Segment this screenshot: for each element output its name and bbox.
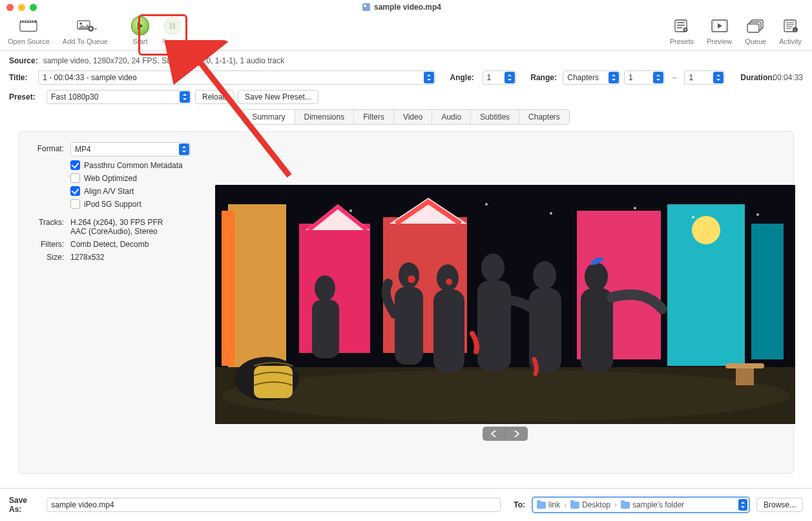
save-as-label: Save As: xyxy=(9,496,40,514)
checkbox-checked-icon xyxy=(70,160,80,170)
chevron-updown-icon xyxy=(179,144,189,155)
svg-rect-12 xyxy=(173,23,175,29)
video-preview xyxy=(215,185,795,424)
queue-button[interactable]: Queue xyxy=(738,14,773,45)
range-to-select[interactable]: 1 xyxy=(684,70,725,85)
chevron-updown-icon xyxy=(180,91,190,103)
tracks-row: Tracks: H.264 (x264), 30 FPS PFR AAC (Co… xyxy=(28,218,209,236)
title-select[interactable]: 1 - 00:04:33 - sample video xyxy=(38,70,435,85)
add-to-queue-button[interactable]: ⌄ Add To Queue xyxy=(56,14,125,45)
chevron-updown-icon xyxy=(609,72,619,83)
svg-point-36 xyxy=(222,370,790,421)
preview-button[interactable]: Preview xyxy=(700,14,738,45)
chevron-updown-icon xyxy=(424,72,434,83)
svg-rect-5 xyxy=(28,21,30,22)
tab-video[interactable]: Video xyxy=(394,110,432,124)
svg-point-56 xyxy=(485,203,488,206)
svg-text:i: i xyxy=(795,28,795,32)
svg-point-41 xyxy=(315,275,335,301)
svg-point-58 xyxy=(634,207,636,209)
tabs: Summary Dimensions Filters Video Audio S… xyxy=(242,109,570,125)
svg-point-55 xyxy=(349,209,352,212)
svg-rect-3 xyxy=(24,21,25,22)
tab-chapters[interactable]: Chapters xyxy=(519,110,569,124)
document-icon xyxy=(362,3,370,11)
format-select[interactable]: MP4 xyxy=(70,142,191,156)
window-titlebar: sample video.mp4 xyxy=(0,0,812,14)
images-plus-icon xyxy=(76,18,94,34)
svg-rect-44 xyxy=(395,287,423,365)
pause-button: Pause xyxy=(156,14,189,45)
close-window-button[interactable] xyxy=(6,4,14,11)
svg-point-57 xyxy=(550,212,552,215)
window-title: sample video.mp4 xyxy=(374,3,441,12)
source-value: sample video, 1280x720, 24 FPS, SDR (8-b… xyxy=(43,56,285,65)
tab-dimensions[interactable]: Dimensions xyxy=(295,110,355,124)
passthru-checkbox-row[interactable]: Passthru Common Metadata xyxy=(70,160,209,170)
pause-icon xyxy=(163,17,182,35)
svg-point-33 xyxy=(692,216,720,244)
to-label: To: xyxy=(514,500,525,509)
size-row: Size: 1278x532 xyxy=(28,253,209,262)
minimize-window-button[interactable] xyxy=(18,4,25,11)
svg-point-53 xyxy=(408,275,415,283)
duration-value: 00:04:33 xyxy=(773,73,803,82)
checkbox-checked-icon xyxy=(70,186,80,196)
svg-point-49 xyxy=(533,261,556,290)
range-type-select[interactable]: Chapters xyxy=(563,70,620,85)
preset-row: Preset: Fast 1080p30 Reload Save New Pre… xyxy=(9,90,803,104)
presets-button[interactable]: Presets xyxy=(663,14,700,45)
list-gear-icon xyxy=(672,18,691,34)
summary-panel: Format: MP4 Passthru Common Metadata Web… xyxy=(18,131,794,474)
angle-select[interactable]: 1 xyxy=(483,70,516,85)
chevron-down-icon[interactable]: ⌄ xyxy=(92,23,98,32)
svg-point-60 xyxy=(756,213,759,216)
svg-rect-6 xyxy=(31,21,32,22)
range-from-select[interactable]: 1 xyxy=(624,70,665,85)
activity-button[interactable]: i Activity xyxy=(773,14,808,45)
svg-point-51 xyxy=(585,262,608,291)
svg-point-54 xyxy=(446,279,452,285)
save-new-preset-button[interactable]: Save New Preset... xyxy=(238,90,318,104)
svg-rect-21 xyxy=(747,24,759,32)
reload-button[interactable]: Reload xyxy=(195,90,234,104)
align-av-checkbox-row[interactable]: Align A/V Start xyxy=(70,186,209,196)
svg-point-47 xyxy=(481,253,505,282)
web-optimized-checkbox-row[interactable]: Web Optimized xyxy=(70,173,209,183)
folder-icon xyxy=(570,502,579,509)
title-row: Title: 1 - 00:04:33 - sample video Angle… xyxy=(9,70,803,85)
tab-filters[interactable]: Filters xyxy=(354,110,394,124)
tab-subtitles[interactable]: Subtitles xyxy=(471,110,519,124)
chevron-updown-icon xyxy=(505,72,515,83)
chevron-updown-icon xyxy=(653,72,663,83)
browse-button[interactable]: Browse... xyxy=(756,498,803,512)
svg-rect-7 xyxy=(34,21,35,22)
destination-select[interactable]: link › Desktop › sample's folder xyxy=(532,496,750,513)
svg-rect-39 xyxy=(725,363,764,368)
save-as-input[interactable]: sample video.mp4 xyxy=(47,498,501,512)
preset-select[interactable]: Fast 1080p30 xyxy=(47,90,191,104)
source-row: Source: sample video, 1280x720, 24 FPS, … xyxy=(9,56,803,65)
bottom-bar: Save As: sample video.mp4 To: link › Des… xyxy=(0,488,812,521)
tab-summary[interactable]: Summary xyxy=(243,110,295,124)
activity-icon: i xyxy=(782,18,800,34)
prev-frame-button[interactable] xyxy=(483,427,506,441)
svg-rect-48 xyxy=(477,281,511,371)
svg-point-43 xyxy=(399,262,419,288)
checkbox-icon xyxy=(70,199,80,209)
next-frame-button[interactable] xyxy=(506,427,528,441)
start-button[interactable]: Start xyxy=(125,14,156,45)
zoom-window-button[interactable] xyxy=(30,4,37,11)
play-icon xyxy=(131,16,149,36)
svg-rect-4 xyxy=(26,21,28,22)
tab-audio[interactable]: Audio xyxy=(432,110,471,124)
svg-rect-0 xyxy=(20,22,37,31)
folder-icon xyxy=(537,502,546,509)
open-source-button[interactable]: Open Source xyxy=(1,14,56,45)
preview-pager xyxy=(483,427,528,441)
svg-rect-11 xyxy=(170,23,172,29)
main-toolbar: Open Source ⌄ Add To Queue Start Paus xyxy=(0,14,812,51)
chevron-updown-icon xyxy=(713,72,724,83)
chevron-updown-icon xyxy=(738,499,747,511)
ipod-checkbox-row[interactable]: iPod 5G Support xyxy=(70,199,209,209)
